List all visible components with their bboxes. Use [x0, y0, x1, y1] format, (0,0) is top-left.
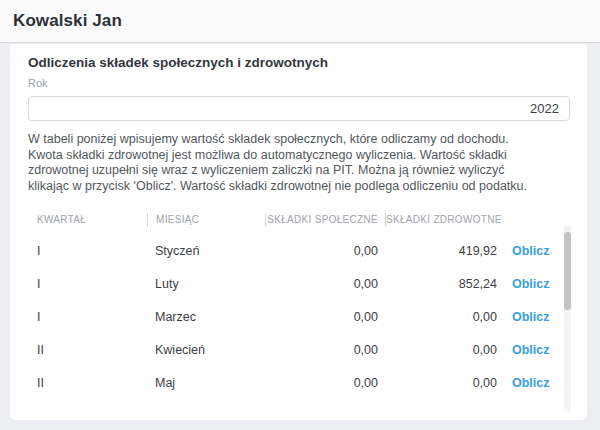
table-row: I Styczeń 0,00 419,92 Oblicz [28, 234, 560, 267]
scrollbar-thumb[interactable] [564, 232, 571, 310]
table-header-row: KWARTAŁ MIESIĄC SKŁADKI SPOŁECZNE SKŁADK… [28, 212, 560, 228]
month-cell: Maj [147, 376, 265, 390]
health-cell: 0,00 [385, 310, 503, 324]
social-cell: 0,00 [265, 310, 385, 324]
month-cell: Luty [147, 277, 265, 291]
page-title: Kowalski Jan [13, 11, 122, 31]
social-cell: 0,00 [265, 277, 385, 291]
quarter-cell: I [28, 244, 147, 258]
column-header-health: SKŁADKI ZDROWOTNE [385, 213, 503, 227]
year-input[interactable] [28, 96, 570, 121]
quarter-cell: II [28, 376, 147, 390]
table-row: I Marzec 0,00 0,00 Oblicz [28, 300, 560, 333]
calculate-link[interactable]: Oblicz [512, 244, 550, 258]
table-row: II Kwiecień 0,00 0,00 Oblicz [28, 333, 560, 366]
calculate-link[interactable]: Oblicz [512, 310, 550, 324]
description-line-2: Kwota składki zdrowotnej jest możliwa do… [28, 148, 544, 195]
health-cell: 0,00 [385, 376, 503, 390]
table-row: I Luty 0,00 852,24 Oblicz [28, 267, 560, 300]
description-line-1: W tabeli poniżej wpisujemy wartość skład… [28, 132, 544, 148]
table-row: II Maj 0,00 0,00 Oblicz [28, 366, 560, 399]
social-cell: 0,00 [265, 376, 385, 390]
calculate-link[interactable]: Oblicz [512, 376, 550, 390]
top-bar: Kowalski Jan [0, 0, 600, 43]
quarter-cell: II [28, 343, 147, 357]
health-cell: 419,92 [385, 244, 503, 258]
contributions-table: KWARTAŁ MIESIĄC SKŁADKI SPOŁECZNE SKŁADK… [28, 212, 560, 399]
health-cell: 0,00 [385, 343, 503, 357]
quarter-cell: I [28, 277, 147, 291]
column-header-month: MIESIĄC [147, 213, 265, 227]
column-header-social: SKŁADKI SPOŁECZNE [265, 213, 385, 227]
section-title: Odliczenia składek społecznych i zdrowot… [28, 55, 328, 70]
social-cell: 0,00 [265, 343, 385, 357]
month-cell: Marzec [147, 310, 265, 324]
social-cell: 0,00 [265, 244, 385, 258]
content-card: Odliczenia składek społecznych i zdrowot… [10, 44, 587, 420]
column-header-action [503, 213, 560, 227]
table-body: I Styczeń 0,00 419,92 Oblicz I Luty 0,00… [28, 234, 560, 399]
quarter-cell: I [28, 310, 147, 324]
year-label: Rok [28, 77, 48, 89]
month-cell: Kwiecień [147, 343, 265, 357]
column-header-quarter: KWARTAŁ [28, 213, 147, 227]
calculate-link[interactable]: Oblicz [512, 343, 550, 357]
table-scrollbar[interactable] [564, 225, 571, 412]
health-cell: 852,24 [385, 277, 503, 291]
description: W tabeli poniżej wpisujemy wartość skład… [28, 132, 544, 194]
month-cell: Styczeń [147, 244, 265, 258]
calculate-link[interactable]: Oblicz [512, 277, 550, 291]
